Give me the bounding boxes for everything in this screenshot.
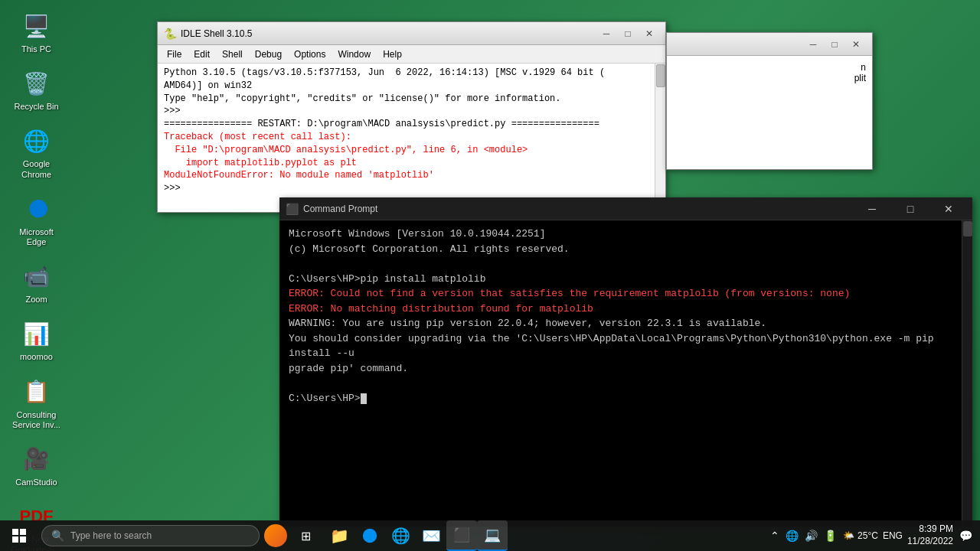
- taskbar-cmd-active[interactable]: ⬛: [446, 520, 477, 551]
- idle-line-6: Traceback (most recent call last):: [164, 131, 659, 144]
- cmd-line-1: Microsoft Windows [Version 10.0.19044.22…: [289, 227, 963, 242]
- recycle-bin-label: Recycle Bin: [14, 102, 58, 112]
- cmd-title-icon: ⬛: [286, 203, 299, 215]
- idle-line-9: ModuleNotFoundError: No module named 'ma…: [164, 169, 659, 182]
- svg-rect-3: [20, 536, 26, 543]
- taskbar-terminal[interactable]: 💻: [477, 520, 508, 551]
- tray-notification-icon[interactable]: 💬: [958, 528, 974, 543]
- zoom-label: Zoom: [25, 295, 47, 305]
- taskbar-search-placeholder: Type here to search: [70, 530, 152, 541]
- idle-content[interactable]: Python 3.10.5 (tags/v3.10.5:f377153, Jun…: [158, 64, 665, 212]
- svg-rect-1: [20, 529, 26, 535]
- taskbar-mail[interactable]: ✉️: [416, 520, 446, 551]
- idle-line-4: >>>: [164, 105, 659, 118]
- cmd-line-9: pgrade pip' command.: [289, 361, 963, 377]
- taskbar: 🔍 Type here to search ⊞ 📁 🌐 ✉️ ⬛ 💻 ⌃ 🌐 🔊…: [0, 520, 980, 551]
- this-pc-label: This PC: [21, 44, 51, 54]
- moomoo-icon: 📊: [21, 318, 52, 349]
- idle-scrollbar-thumb: [656, 64, 665, 87]
- tray-chevron-icon[interactable]: ⌃: [769, 528, 781, 543]
- cmd-line-8: You should consider upgrading via the 'C…: [289, 331, 963, 361]
- idle-line-1: Python 3.10.5 (tags/v3.10.5:f377153, Jun…: [164, 67, 659, 80]
- weather-temp: 25°C: [858, 530, 878, 541]
- consulting-icon: 📋: [21, 377, 52, 407]
- svg-point-4: [363, 529, 377, 543]
- desktop: 🖥️ This PC 🗑️ Recycle Bin 🌐 Google Chrom…: [0, 0, 980, 551]
- cmd-line-4: C:\Users\HP>pip install matplolib: [289, 272, 963, 287]
- taskbar-file-explorer[interactable]: 📁: [324, 520, 354, 551]
- desktop-icon-container: 🖥️ This PC 🗑️ Recycle Bin 🌐 Google Chrom…: [8, 8, 65, 551]
- idle-line-5: ================ RESTART: D:\program\MAC…: [164, 118, 659, 131]
- second-maximize-button[interactable]: □: [825, 37, 844, 52]
- idle-menu-window[interactable]: Window: [332, 47, 377, 61]
- cmd-line-3: [289, 256, 963, 272]
- start-button[interactable]: [0, 520, 38, 551]
- idle-window-controls: ─ □ ✕: [596, 26, 659, 41]
- chrome-icon: 🌐: [21, 126, 52, 156]
- idle-title-text: IDLE Shell 3.10.5: [181, 28, 596, 39]
- idle-scrollbar[interactable]: [655, 64, 665, 212]
- cmd-maximize-button[interactable]: □: [893, 197, 928, 220]
- idle-title-icon: 🐍: [164, 28, 176, 40]
- system-tray: ⌃ 🌐 🔊 🔋 🌤️ 25°C ENG 8:39 PM 11/28/2022 💬: [769, 520, 980, 551]
- taskbar-chrome[interactable]: 🌐: [385, 520, 416, 551]
- tray-volume-icon[interactable]: 🔊: [803, 528, 819, 543]
- taskbar-edge-browser[interactable]: [354, 520, 385, 551]
- cortana-button[interactable]: [264, 524, 287, 547]
- tray-network-icon[interactable]: 🌐: [784, 528, 800, 543]
- idle-close-button[interactable]: ✕: [639, 26, 659, 41]
- idle-menu-options[interactable]: Options: [288, 47, 332, 61]
- second-partial-text-n: n: [673, 62, 866, 73]
- cmd-title-text: Command Prompt: [303, 204, 854, 214]
- idle-titlebar[interactable]: 🐍 IDLE Shell 3.10.5 ─ □ ✕: [158, 22, 665, 45]
- cmd-titlebar[interactable]: ⬛ Command Prompt ─ □ ✕: [279, 197, 972, 220]
- desktop-icon-camstudio[interactable]: 🎥 CamStudio: [8, 441, 65, 491]
- cmd-line-10: [289, 376, 963, 391]
- second-close-button[interactable]: ✕: [846, 37, 866, 52]
- second-content: n plit: [667, 56, 872, 169]
- cmd-line-5: ERROR: Could not find a version that sat…: [289, 286, 963, 302]
- idle-menu-shell[interactable]: Shell: [216, 47, 249, 61]
- tray-clock[interactable]: 8:39 PM 11/28/2022: [907, 523, 953, 547]
- idle-menu-debug[interactable]: Debug: [249, 47, 288, 61]
- chrome-label: Google Chrome: [11, 159, 62, 179]
- tray-time-display: 8:39 PM: [907, 523, 953, 536]
- cmd-line-7: WARNING: You are using pip version 22.0.…: [289, 316, 963, 331]
- second-titlebar[interactable]: ─ □ ✕: [667, 33, 872, 56]
- tray-battery-icon[interactable]: 🔋: [822, 528, 838, 543]
- idle-line-7: File "D:\program\MACD analsysis\predict.…: [164, 144, 659, 157]
- cmd-content[interactable]: Microsoft Windows [Version 10.0.19044.22…: [279, 220, 972, 527]
- tray-language[interactable]: ENG: [883, 530, 903, 541]
- idle-minimize-button[interactable]: ─: [596, 26, 616, 41]
- idle-line-8: import matplotlib.pyplot as plt: [164, 157, 659, 170]
- idle-menu-file[interactable]: File: [161, 47, 188, 61]
- desktop-icon-edge[interactable]: Microsoft Edge: [8, 191, 65, 250]
- desktop-icon-consulting[interactable]: 📋 Consulting Service Inv...: [8, 373, 65, 433]
- idle-menu-help[interactable]: Help: [377, 47, 408, 61]
- cmd-line-6: ERROR: No matching distribution found fo…: [289, 302, 963, 317]
- cmd-line-11: C:\Users\HP>: [289, 391, 963, 406]
- weather-icon: 🌤️: [843, 530, 854, 541]
- desktop-icon-chrome[interactable]: 🌐 Google Chrome: [8, 122, 65, 182]
- taskbar-search[interactable]: 🔍 Type here to search: [41, 525, 260, 546]
- cmd-scrollbar[interactable]: [962, 220, 972, 527]
- tray-weather[interactable]: 🌤️ 25°C: [843, 530, 878, 541]
- idle-menu-edit[interactable]: Edit: [188, 47, 216, 61]
- cmd-minimize-button[interactable]: ─: [854, 197, 890, 220]
- idle-line-2: AMD64)] on win32: [164, 80, 659, 93]
- second-minimize-button[interactable]: ─: [803, 37, 823, 52]
- desktop-icon-moomoo[interactable]: 📊 moomoo: [8, 315, 65, 365]
- idle-maximize-button[interactable]: □: [618, 26, 638, 41]
- edge-label: Microsoft Edge: [11, 227, 62, 247]
- desktop-icon-this-pc[interactable]: 🖥️ This PC: [8, 8, 65, 57]
- cmd-scrollbar-thumb: [963, 221, 972, 236]
- idle-line-3: Type "help", "copyright", "credits" or "…: [164, 93, 659, 106]
- second-window: ─ □ ✕ n plit: [666, 32, 873, 170]
- cmd-line-2: (c) Microsoft Corporation. All rights re…: [289, 242, 963, 257]
- desktop-icon-zoom[interactable]: 📹 Zoom: [8, 258, 65, 308]
- idle-line-10: >>>: [164, 182, 659, 195]
- cmd-window: ⬛ Command Prompt ─ □ ✕ Microsoft Windows…: [279, 197, 972, 527]
- desktop-icon-recycle-bin[interactable]: 🗑️ Recycle Bin: [8, 65, 65, 115]
- cmd-close-button[interactable]: ✕: [931, 197, 966, 220]
- task-view-button[interactable]: ⊞: [290, 520, 321, 551]
